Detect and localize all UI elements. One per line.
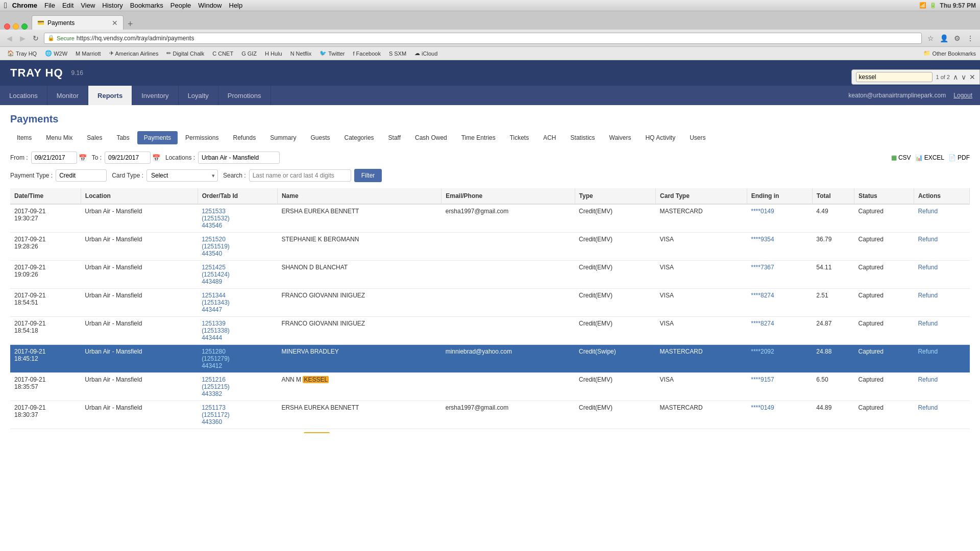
bookmark-w2w[interactable]: 🌐 W2W [42,49,70,58]
cell-ending[interactable]: ****8274 [747,289,812,317]
bookmark-trayhq[interactable]: 🏠 Tray HQ [4,49,40,58]
cell-action[interactable]: Refund [914,345,969,373]
sub-nav-payments[interactable]: Payments [137,131,178,144]
browser-tab-payments[interactable]: 💳 Payments ✕ [32,15,124,30]
card-ending-link[interactable]: ****9932 [751,432,774,433]
to-date-calendar-icon[interactable]: 📅 [152,154,160,162]
profile-icon[interactable]: 👤 [938,33,949,44]
menu-window[interactable]: Window [198,2,222,9]
tab-close-button[interactable]: ✕ [112,19,118,27]
cell-action[interactable]: Refund [914,373,969,401]
sub-nav-ach[interactable]: ACH [536,131,562,144]
cell-ending[interactable]: ****9354 [747,233,812,261]
address-bar[interactable]: 🔒 Secure https://hq.vendsy.com/tray/admi… [44,33,922,44]
back-button[interactable]: ◀ [4,33,14,43]
bookmark-star-icon[interactable]: ☆ [925,33,936,44]
cell-action[interactable]: Refund [914,204,969,233]
menu-edit[interactable]: Edit [62,2,74,9]
menu-chrome[interactable]: Chrome [12,2,37,9]
to-date-input[interactable] [105,152,151,164]
order-id-link[interactable]: 1251280(1251279)443412 [202,348,230,369]
nav-tab-reports[interactable]: Reports [88,86,132,105]
cell-ending[interactable]: ****2092 [747,345,812,373]
find-prev-button[interactable]: ∧ [953,73,958,81]
sub-nav-hqactivity[interactable]: HQ Activity [639,131,682,144]
pdf-export[interactable]: 📄 PDF [948,154,970,161]
minimize-window-button[interactable] [13,23,19,30]
menu-file[interactable]: File [44,2,55,9]
bookmark-cnet[interactable]: C CNET [209,49,236,58]
sub-nav-sales[interactable]: Sales [80,131,109,144]
sub-nav-users[interactable]: Users [683,131,712,144]
bookmark-twitter[interactable]: 🐦 Twitter [316,49,348,58]
cell-action[interactable]: Refund [914,233,969,261]
refund-link[interactable]: Refund [918,432,938,433]
new-tab-button[interactable]: + [128,19,133,30]
sub-nav-menumix[interactable]: Menu Mix [39,131,79,144]
bookmark-icloud[interactable]: ☁ iCloud [411,49,440,58]
refund-link[interactable]: Refund [918,292,938,299]
order-id-link[interactable]: 1251344(1251343)443447 [202,292,230,313]
menu-people[interactable]: People [170,2,191,9]
cell-ending[interactable]: ****0149 [747,204,812,233]
order-id-link[interactable]: 12510201251021(1251019)443272 [202,432,230,433]
find-close-button[interactable]: ✕ [969,73,975,81]
refund-link[interactable]: Refund [918,404,938,411]
from-date-input[interactable] [31,152,77,164]
payment-type-input[interactable] [56,169,107,182]
bookmark-aa[interactable]: ✈ American Airlines [106,49,162,58]
refund-link[interactable]: Refund [918,348,938,355]
menu-bookmarks[interactable]: Bookmarks [130,2,163,9]
cell-ending[interactable]: ****7367 [747,261,812,289]
locations-input[interactable] [198,152,280,164]
order-id-link[interactable]: 1251216(1251215)443382 [202,376,230,397]
card-ending-link[interactable]: ****8274 [751,292,774,299]
sub-nav-categories[interactable]: Categories [338,131,381,144]
cell-action[interactable]: Refund [914,401,969,429]
excel-export[interactable]: 📊 EXCEL [915,154,944,161]
bookmark-sxm[interactable]: S SXM [386,49,409,58]
order-id-link[interactable]: 1251520(1251519)443540 [202,236,230,257]
card-type-select[interactable]: Select VISA MASTERCARD AMEX [146,169,218,182]
card-ending-link[interactable]: ****7367 [751,264,774,271]
forward-button[interactable]: ▶ [17,33,28,43]
cell-ending[interactable]: ****8274 [747,317,812,345]
nav-tab-monitor[interactable]: Monitor [47,86,88,105]
order-id-link[interactable]: 1251173(1251172)443360 [202,404,230,425]
bookmark-giz[interactable]: G GIZ [238,49,260,58]
sub-nav-permissions[interactable]: Permissions [179,131,225,144]
maximize-window-button[interactable] [21,23,28,30]
cell-ending[interactable]: ****9157 [747,373,812,401]
refund-link[interactable]: Refund [918,236,938,243]
search-input[interactable] [249,169,351,182]
order-id-link[interactable]: 1251425(1251424)443489 [202,264,230,285]
card-ending-link[interactable]: ****0149 [751,404,774,411]
other-bookmarks[interactable]: 📁 Other Bookmarks [923,50,976,57]
sub-nav-statistics[interactable]: Statistics [564,131,602,144]
order-id-link[interactable]: 1251339(1251338)443444 [202,320,230,341]
sub-nav-cashowed[interactable]: Cash Owed [408,131,454,144]
nav-tab-promotions[interactable]: Promotions [218,86,271,105]
filter-button[interactable]: Filter [354,169,382,182]
sub-nav-guests[interactable]: Guests [304,131,337,144]
close-window-button[interactable] [4,23,10,30]
chrome-menu-icon[interactable]: ⋮ [965,33,976,44]
cell-ending[interactable]: ****0149 [747,401,812,429]
refund-link[interactable]: Refund [918,208,938,215]
card-ending-link[interactable]: ****2092 [751,348,774,355]
extensions-icon[interactable]: ⚙ [951,33,963,44]
bookmark-digitalchalk[interactable]: ✏ Digital Chalk [163,49,207,58]
card-ending-link[interactable]: ****8274 [751,320,774,327]
nav-tab-locations[interactable]: Locations [0,86,47,105]
sub-nav-tabs[interactable]: Tabs [110,131,136,144]
sub-nav-refunds[interactable]: Refunds [226,131,262,144]
apple-icon[interactable]:  [4,1,7,10]
cell-action[interactable]: Refund [914,317,969,345]
menu-help[interactable]: Help [229,2,243,9]
sub-nav-summary[interactable]: Summary [263,131,303,144]
sub-nav-waivers[interactable]: Waivers [603,131,638,144]
order-id-link[interactable]: 1251533(1251532)443546 [202,208,230,229]
bookmark-netflix[interactable]: N Netflix [287,49,315,58]
cell-action[interactable]: Refund [914,429,969,434]
sub-nav-items[interactable]: Items [10,131,38,144]
